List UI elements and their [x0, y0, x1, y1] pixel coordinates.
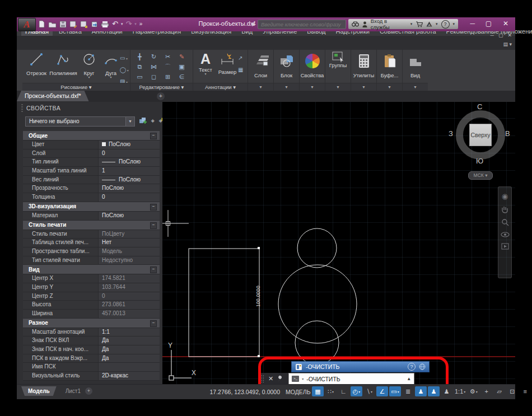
- layers-panel-caret[interactable]: ▼: [248, 83, 273, 91]
- properties-panel-button[interactable]: Свойства ▼: [300, 50, 325, 91]
- save-icon[interactable]: [59, 21, 67, 28]
- property-row[interactable]: Масштаб аннотаций1:1: [23, 328, 160, 337]
- command-line-grip[interactable]: [261, 375, 264, 383]
- toggle-dropdown-caret[interactable]: ▾: [332, 390, 334, 394]
- drawing-canvas[interactable]: Y X 100.0000 С З В Ю Сверху МСК ▾ ◉ -ОЧИ…: [162, 102, 515, 384]
- open-file-icon[interactable]: [48, 21, 57, 28]
- clipboard-panel-caret[interactable]: ▼: [377, 83, 402, 91]
- polyline-tool[interactable]: Полилиния: [49, 52, 77, 76]
- internet-search-globe-icon[interactable]: [419, 363, 426, 370]
- property-row[interactable]: Имя ПСК: [23, 363, 160, 372]
- small-bottom-circle-object[interactable]: [295, 321, 339, 364]
- save-all-icon[interactable]: [80, 21, 88, 28]
- search-expand-arrow-icon[interactable]: ▶: [252, 21, 256, 27]
- signin-user-icon[interactable]: [362, 21, 367, 27]
- selection-dropdown-caret[interactable]: ▼: [125, 117, 134, 126]
- toggle-dropdown-caret[interactable]: ▾: [371, 390, 372, 394]
- status-menu-button[interactable]: ≡▾: [519, 386, 531, 396]
- snap-mode-toggle[interactable]: ∷▾: [325, 386, 337, 396]
- doc-minimize-icon[interactable]: ─: [491, 32, 494, 38]
- explode-icon[interactable]: ▣: [175, 62, 189, 72]
- new-layout-button[interactable]: +: [85, 387, 92, 395]
- print-icon[interactable]: [101, 21, 109, 28]
- property-row[interactable]: Пространство табли...Модель: [23, 247, 160, 256]
- command-suggestion-row[interactable]: -ОЧИСТИТЬ ?: [291, 361, 430, 372]
- signin-caret[interactable]: ▾: [410, 22, 413, 26]
- save-as-icon[interactable]: [69, 21, 77, 28]
- utilities-panel[interactable]: Утилиты ▼: [351, 50, 377, 91]
- multileader-icon[interactable]: ↗: [238, 52, 243, 62]
- property-row[interactable]: Тип линийПоСлою: [23, 158, 160, 167]
- property-row[interactable]: МатериалПоСлою: [23, 212, 160, 221]
- mirror-icon[interactable]: ⋈: [147, 62, 161, 72]
- collapse-icon[interactable]: −: [150, 267, 157, 273]
- orbit-icon[interactable]: [501, 231, 510, 238]
- compass-west-label[interactable]: З: [449, 129, 453, 138]
- annotation-visibility-toggle[interactable]: ♟▾: [415, 386, 427, 396]
- workspace-switching-button[interactable]: ⚙▾: [468, 386, 479, 396]
- clipboard-panel[interactable]: Буфе... ▼: [377, 50, 403, 91]
- annotation-scale-button[interactable]: ♟▾: [441, 386, 452, 396]
- trim-icon[interactable]: ✂: [161, 52, 175, 62]
- dimension-grip[interactable]: [258, 247, 260, 249]
- grid-display-toggle[interactable]: ▦▾: [312, 386, 324, 396]
- ellipse-tool-icon[interactable]: ◯ ▾: [120, 64, 129, 74]
- recent-commands-caret[interactable]: ▾: [302, 377, 304, 381]
- doc-close-icon[interactable]: ✕: [507, 32, 512, 38]
- customize-wrench-icon[interactable]: [277, 375, 284, 382]
- showmotion-icon[interactable]: [501, 243, 509, 250]
- annotation-scale-value[interactable]: 1:1▾: [454, 386, 466, 396]
- rectangle-tool-icon[interactable]: ▭ ▾: [120, 52, 129, 62]
- signin-label[interactable]: Вход в службы: [371, 18, 407, 30]
- polar-tracking-toggle[interactable]: ◴▾: [351, 386, 362, 396]
- property-row[interactable]: Знак ПСК ВКЛДа: [23, 336, 160, 345]
- collapse-icon[interactable]: −: [150, 204, 157, 211]
- collapse-icon[interactable]: −: [150, 320, 157, 327]
- exchange-apps-icon[interactable]: A: [426, 21, 432, 27]
- groups-panel-caret[interactable]: ▼: [325, 83, 351, 91]
- pan-hand-icon[interactable]: [501, 205, 508, 213]
- property-row[interactable]: Знак ПСК в нач. коо...Да: [23, 345, 160, 354]
- property-row[interactable]: Центр Y103.7644: [23, 283, 160, 292]
- annotation-autoscale-toggle[interactable]: ♟▾: [428, 386, 440, 396]
- doc-restore-icon[interactable]: ▢: [498, 32, 503, 38]
- redo-dropdown-caret[interactable]: ▾: [134, 22, 137, 26]
- erase-icon[interactable]: ✎: [175, 52, 189, 62]
- dimension-tool[interactable]: Размер: [217, 52, 238, 75]
- lineweight-toggle[interactable]: ≣▾: [402, 386, 414, 396]
- undo-icon[interactable]: ↶: [112, 20, 118, 29]
- block-panel[interactable]: Блок ▼: [274, 50, 300, 91]
- object-snap-toggle[interactable]: ∠▾: [376, 386, 388, 396]
- compass-north-label[interactable]: С: [477, 102, 482, 111]
- property-row[interactable]: ЦветПоСлою: [23, 141, 160, 149]
- command-close-icon[interactable]: ✕: [268, 375, 273, 382]
- toggle-dropdown-caret[interactable]: ▾: [476, 390, 478, 394]
- draw-panel-title[interactable]: Рисование ▾: [22, 83, 130, 91]
- circle-tool[interactable]: Круг ▾: [77, 52, 101, 78]
- maximize-button[interactable]: ▢: [486, 20, 492, 27]
- collapse-icon[interactable]: −: [150, 222, 157, 229]
- property-row[interactable]: Масштаб типа линий1: [23, 167, 160, 176]
- utilities-panel-caret[interactable]: ▼: [351, 83, 376, 91]
- property-row[interactable]: Слой0: [23, 149, 160, 158]
- section-header[interactable]: Стиль печати−: [23, 221, 160, 230]
- compass-east-label[interactable]: В: [505, 129, 510, 138]
- copy-icon[interactable]: ⧉: [133, 62, 147, 72]
- minimize-button[interactable]: ─: [470, 20, 475, 27]
- stretch-icon[interactable]: ▭: [133, 72, 147, 82]
- property-row[interactable]: Центр Z0: [23, 292, 160, 301]
- command-input[interactable]: [306, 376, 404, 382]
- help-icon[interactable]: ?: [441, 20, 450, 29]
- property-row[interactable]: Таблица стилей печ...Нет: [23, 239, 160, 247]
- property-row[interactable]: Центр X174.5821: [23, 274, 160, 283]
- block-panel-caret[interactable]: ▼: [274, 83, 299, 91]
- modify-panel-title[interactable]: Редактирование ▾: [130, 83, 193, 91]
- section-header[interactable]: Вид−: [23, 265, 160, 274]
- layout-tab[interactable]: Модель: [21, 386, 57, 396]
- ortho-mode-toggle[interactable]: ∟▾: [338, 386, 349, 396]
- zoom-icon[interactable]: [501, 218, 509, 226]
- text-tool[interactable]: А Текст ▾: [194, 52, 217, 75]
- qat-more-button[interactable]: »: [139, 20, 143, 29]
- text-dropdown-caret[interactable]: ▾: [194, 73, 217, 75]
- palette-grip[interactable]: [21, 104, 23, 112]
